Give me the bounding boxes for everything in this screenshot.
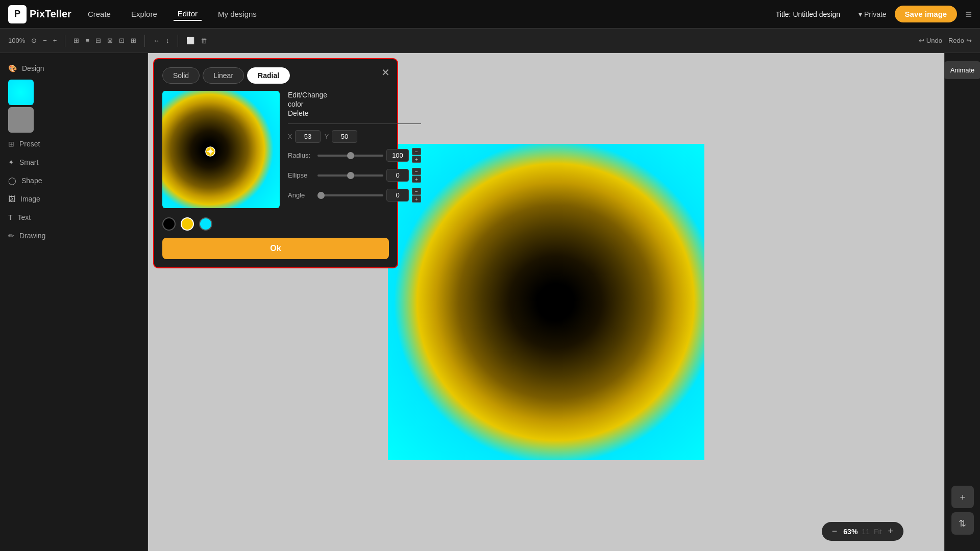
- delete-label[interactable]: Delete: [288, 109, 421, 117]
- crop-icon[interactable]: ⬜: [186, 37, 194, 44]
- ellipse-input[interactable]: [386, 169, 409, 182]
- color-stops-row: [162, 213, 389, 235]
- sidebar: 🎨 Design ⊞ Preset ✦ Smart ◯ Shape 🖼 Imag…: [0, 53, 148, 551]
- radius-input[interactable]: [386, 149, 409, 162]
- sidebar-label-design: Design: [22, 64, 44, 72]
- logo-text: PixTeller: [30, 8, 71, 20]
- radius-slider[interactable]: [317, 155, 383, 157]
- color-stop-black[interactable]: [162, 217, 176, 231]
- align-center[interactable]: ≡: [85, 37, 89, 44]
- add-layer-button[interactable]: ＋: [951, 486, 974, 508]
- animate-button[interactable]: Animate: [943, 61, 980, 79]
- color-stop-cyan[interactable]: [199, 217, 212, 231]
- save-image-button[interactable]: Save image: [895, 6, 958, 22]
- angle-slider[interactable]: [317, 194, 383, 196]
- x-input[interactable]: [295, 130, 321, 143]
- ellipse-decrease[interactable]: −: [412, 168, 421, 175]
- toolbar: 100% ⊙ − + ⊞ ≡ ⊟ ⊠ ⊡ ⊞ ↔ ↕ ⬜ 🗑 ↩ Undo Re…: [0, 29, 980, 53]
- sidebar-item-design[interactable]: 🎨 Design: [0, 59, 148, 78]
- logo[interactable]: P PixTeller: [8, 5, 71, 23]
- x-coord: X: [288, 130, 321, 143]
- gradient-preview: [162, 91, 280, 208]
- toolbar-separator-1: [65, 35, 65, 47]
- nav-editor[interactable]: Editor: [174, 7, 202, 21]
- align-bottom[interactable]: ⊞: [131, 37, 136, 44]
- tab-linear[interactable]: Linear: [203, 67, 244, 84]
- ellipse-stepper: − +: [412, 168, 421, 183]
- undo-button[interactable]: ↩ Undo: [919, 37, 942, 44]
- right-panel: Animate ＋ ⇅: [944, 53, 980, 551]
- color-stop-yellow[interactable]: [181, 217, 194, 231]
- preset-icon: ⊞: [8, 140, 14, 148]
- menu-icon[interactable]: ≡: [965, 8, 972, 21]
- swap-button[interactable]: ⇅: [951, 512, 974, 535]
- logo-letter: P: [14, 9, 20, 19]
- ellipse-slider[interactable]: [317, 174, 383, 177]
- zoom-display[interactable]: 100%: [8, 37, 25, 44]
- move-handle[interactable]: [205, 146, 216, 157]
- fit-label[interactable]: Fit: [874, 528, 882, 536]
- gradient-tabs: Solid Linear Radial: [162, 67, 389, 84]
- radius-increase[interactable]: +: [412, 156, 421, 163]
- canvas-area: Solid Linear Radial ✕ Edit/Ch: [148, 53, 944, 551]
- private-button[interactable]: ▾ Private: [859, 10, 887, 18]
- redo-button[interactable]: Redo ↪: [948, 37, 972, 44]
- x-label: X: [288, 133, 292, 140]
- radius-label: Radius:: [288, 152, 313, 159]
- radius-stepper: − +: [412, 148, 421, 163]
- undo-redo-group: ↩ Undo Redo ↪: [919, 37, 972, 44]
- ellipse-increase[interactable]: +: [412, 176, 421, 183]
- y-coord: Y: [325, 130, 357, 143]
- align-right[interactable]: ⊟: [95, 37, 101, 44]
- zoom-separator: 11: [862, 528, 870, 536]
- angle-row: Angle − +: [288, 188, 421, 203]
- tab-solid[interactable]: Solid: [162, 67, 200, 84]
- angle-input[interactable]: [386, 189, 409, 202]
- zoom-out-button[interactable]: −: [830, 526, 840, 537]
- angle-stepper: − +: [412, 188, 421, 203]
- ellipse-row: Ellipse − +: [288, 168, 421, 183]
- radius-decrease[interactable]: −: [412, 148, 421, 155]
- sidebar-item-image[interactable]: 🖼 Image: [0, 190, 148, 208]
- zoom-plus[interactable]: +: [53, 37, 57, 44]
- nav-explore[interactable]: Explore: [127, 8, 161, 20]
- sidebar-item-drawing[interactable]: ✏ Drawing: [0, 227, 148, 245]
- sidebar-item-shape[interactable]: ◯ Shape: [0, 171, 148, 190]
- sidebar-item-preset[interactable]: ⊞ Preset: [0, 135, 148, 153]
- tab-radial[interactable]: Radial: [247, 67, 290, 84]
- ellipse-label: Ellipse: [288, 171, 313, 179]
- sidebar-label-text: Text: [18, 213, 31, 221]
- color-thumbnail[interactable]: [8, 80, 34, 105]
- canvas-container: [388, 144, 704, 460]
- flip-v[interactable]: ↕: [166, 37, 169, 44]
- canvas-background: [388, 144, 704, 460]
- angle-decrease[interactable]: −: [412, 188, 421, 195]
- sidebar-item-smart[interactable]: ✦ Smart: [0, 153, 148, 171]
- edit-color-label: Edit/Change: [288, 91, 421, 99]
- angle-increase[interactable]: +: [412, 195, 421, 203]
- color-thumbnail-2[interactable]: [8, 107, 34, 133]
- y-input[interactable]: [332, 130, 357, 143]
- text-icon: T: [8, 213, 13, 221]
- flip-h[interactable]: ↔: [153, 37, 160, 44]
- ok-button[interactable]: Ok: [162, 238, 389, 259]
- sidebar-item-text[interactable]: T Text: [0, 208, 148, 227]
- design-title: Title: Untitled design: [776, 10, 840, 18]
- align-left[interactable]: ⊞: [74, 37, 79, 44]
- toolbar-separator-2: [144, 35, 145, 47]
- main-layout: 🎨 Design ⊞ Preset ✦ Smart ◯ Shape 🖼 Imag…: [0, 53, 980, 551]
- fit-icon[interactable]: ⊙: [31, 37, 37, 44]
- align-top[interactable]: ⊠: [107, 37, 113, 44]
- zoom-bar: − 63% 11 Fit +: [822, 522, 903, 541]
- drawing-icon: ✏: [8, 232, 14, 240]
- sidebar-label-drawing: Drawing: [19, 232, 45, 240]
- zoom-minus[interactable]: −: [43, 37, 47, 44]
- sidebar-label-preset: Preset: [19, 140, 40, 148]
- y-label: Y: [325, 133, 329, 140]
- nav-create[interactable]: Create: [84, 8, 115, 20]
- align-middle[interactable]: ⊡: [119, 37, 125, 44]
- delete-icon[interactable]: 🗑: [201, 37, 207, 44]
- nav-mydesigns[interactable]: My designs: [214, 8, 261, 20]
- zoom-in-button[interactable]: +: [886, 526, 895, 537]
- close-button[interactable]: ✕: [381, 66, 390, 79]
